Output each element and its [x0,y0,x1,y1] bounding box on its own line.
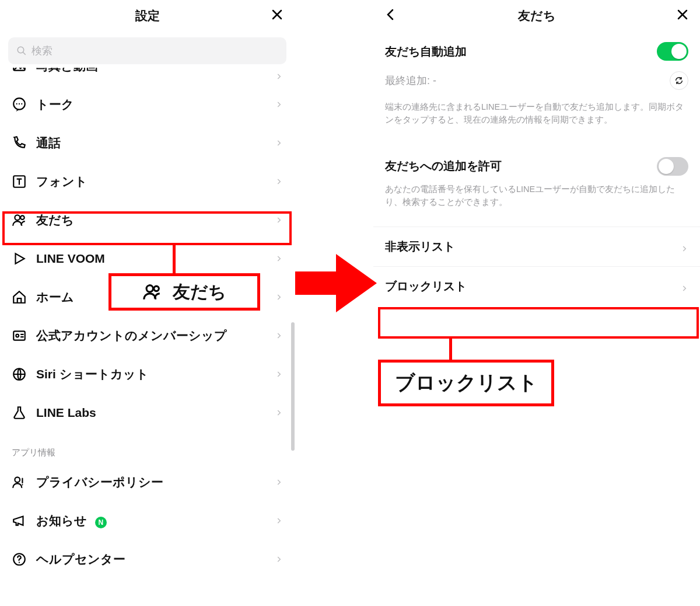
search-icon [16,46,27,56]
row-label: お知らせ N [36,513,275,529]
svg-point-6 [20,215,24,220]
allow-add-label: 友だちへの追加を許可 [385,158,502,174]
row-label: ヘルプセンター [36,551,275,567]
svg-marker-14 [295,254,377,312]
row-label: 写真と動画 [36,68,275,74]
search-input[interactable]: 検索 [8,37,286,64]
chevron-right-icon [275,255,283,263]
friends-title: 友だち [518,8,556,24]
auto-add-block: 友だち自動追加 最終追加: - 端末の連絡先に含まれるLINEユーザーを自動で友… [373,32,700,130]
row-label: LINE Labs [36,406,275,420]
auto-add-desc: 端末の連絡先に含まれるLINEユーザーを自動で友だち追加します。同期ボタンをタッ… [385,100,688,127]
allow-add-toggle[interactable] [657,157,688,176]
row-line-labs[interactable]: LINE Labs [0,393,295,432]
chevron-right-icon [275,409,283,417]
row-label: トーク [36,96,275,113]
announce-icon [12,513,27,528]
row-font[interactable]: フォント [0,162,295,201]
chevron-right-icon [275,216,283,224]
settings-list: 写真と動画 トーク 通話 フォント [0,68,295,579]
row-label: 公式アカウントのメンバーシップ [36,328,275,344]
back-icon[interactable] [384,8,398,24]
play-icon [12,251,27,266]
section-app-info: アプリ情報 [0,432,295,463]
chevron-right-icon [275,370,283,378]
settings-header: 設定 [0,0,295,32]
settings-pane: 設定 検索 写真と動画 トーク 通話 [0,0,295,606]
row-label: プライバシーポリシー [36,474,275,490]
svg-point-8 [16,335,19,337]
close-icon[interactable] [676,8,690,24]
row-label: ブロックリスト [385,278,467,294]
auto-add-toggle[interactable] [657,42,688,61]
chevron-right-icon [275,478,283,486]
row-label: Siri ショートカット [36,366,275,382]
chevron-right-icon [275,517,283,525]
row-help-center[interactable]: ヘルプセンター [0,540,295,579]
close-icon[interactable] [270,8,284,24]
privacy-icon [12,475,27,490]
chevron-right-icon [275,555,283,563]
row-membership[interactable]: 公式アカウントのメンバーシップ [0,316,295,355]
friends-icon [12,213,27,228]
settings-title: 設定 [135,8,160,24]
refresh-icon [674,76,684,85]
chevron-right-icon [275,293,283,301]
chevron-right-icon [275,72,283,81]
image-icon [12,68,27,74]
font-icon [12,174,27,189]
row-label-text: お知らせ [36,514,87,527]
flask-icon [12,405,27,420]
svg-point-0 [18,47,24,53]
new-badge: N [95,517,107,528]
row-label: LINE VOOM [36,252,275,266]
arrow-icon [295,251,377,315]
row-hidden-list[interactable]: 非表示リスト [373,227,700,266]
row-line-voom[interactable]: LINE VOOM [0,239,295,278]
row-label: 通話 [36,135,275,151]
row-siri[interactable]: Siri ショートカット [0,355,295,393]
allow-add-desc: あなたの電話番号を保有しているLINEユーザーが自動で友だちに追加したり、検索す… [385,183,688,209]
chevron-right-icon [275,139,283,147]
card-icon [12,328,27,343]
row-photos-video[interactable]: 写真と動画 [0,68,295,85]
row-announcements[interactable]: お知らせ N [0,501,295,540]
row-label: 非表示リスト [385,239,455,255]
auto-add-label: 友だち自動追加 [385,44,467,60]
row-label: フォント [36,173,275,190]
row-home[interactable]: ホーム [0,278,295,316]
last-add-label: 最終追加: - [385,74,436,88]
svg-point-5 [15,215,20,220]
home-icon [12,290,27,305]
help-icon [12,552,27,567]
row-label: 友だち [36,212,275,228]
chevron-right-icon [680,242,688,250]
search-placeholder: 検索 [32,44,52,58]
friends-header: 友だち [373,0,700,32]
chat-icon [12,97,27,112]
svg-point-10 [15,477,20,482]
row-call[interactable]: 通話 [0,124,295,162]
chevron-right-icon [680,282,688,290]
refresh-button[interactable] [670,71,688,90]
row-friends[interactable]: 友だち [0,201,295,239]
row-privacy-policy[interactable]: プライバシーポリシー [0,463,295,501]
row-label: ホーム [36,289,275,305]
scrollbar[interactable] [291,322,295,451]
chevron-right-icon [275,332,283,340]
globe-icon [12,367,27,382]
friends-pane: 友だち 友だち自動追加 最終追加: - 端末の連絡先に含まれるLINEユーザーを… [373,0,700,606]
phone-icon [12,135,27,151]
chevron-right-icon [275,177,283,186]
row-block-list[interactable]: ブロックリスト [373,266,700,306]
row-talk[interactable]: トーク [0,85,295,124]
chevron-right-icon [275,100,283,109]
allow-add-block: 友だちへの追加を許可 あなたの電話番号を保有しているLINEユーザーが自動で友だ… [373,144,700,213]
